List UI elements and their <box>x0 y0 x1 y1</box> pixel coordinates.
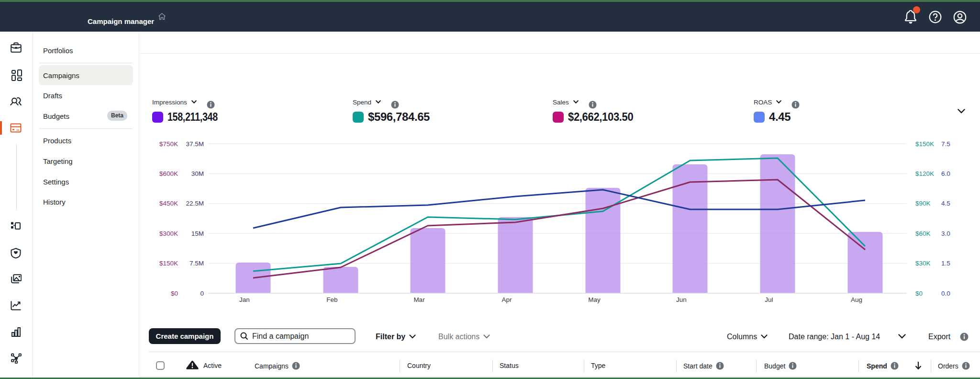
svg-text:$0: $0 <box>915 290 923 297</box>
svg-text:6.0: 6.0 <box>941 170 950 177</box>
svg-text:Apr: Apr <box>501 296 512 303</box>
svg-text:0: 0 <box>200 290 204 297</box>
svg-text:$120K: $120K <box>915 170 934 177</box>
svg-text:Jun: Jun <box>676 296 687 303</box>
svg-text:37.5M: 37.5M <box>186 140 204 148</box>
svg-text:$150K: $150K <box>159 260 178 267</box>
svg-text:1.5: 1.5 <box>941 260 950 267</box>
svg-text:$450K: $450K <box>159 200 178 207</box>
svg-text:Jul: Jul <box>765 296 773 303</box>
svg-text:$30K: $30K <box>915 260 931 267</box>
svg-text:7.5: 7.5 <box>941 140 950 148</box>
svg-text:$600K: $600K <box>159 170 178 177</box>
svg-text:Aug: Aug <box>851 296 862 303</box>
svg-text:22.5M: 22.5M <box>186 200 204 207</box>
svg-text:$300K: $300K <box>159 230 178 237</box>
svg-text:4.5: 4.5 <box>941 200 950 207</box>
svg-text:$90K: $90K <box>915 200 931 207</box>
svg-text:30M: 30M <box>191 170 204 177</box>
svg-text:7.5M: 7.5M <box>189 260 204 267</box>
svg-text:$0: $0 <box>171 290 178 297</box>
svg-text:3.0: 3.0 <box>941 230 950 237</box>
svg-text:May: May <box>588 296 601 303</box>
svg-text:Jan: Jan <box>239 296 250 303</box>
svg-text:$60K: $60K <box>915 230 931 237</box>
svg-text:Feb: Feb <box>326 296 337 303</box>
svg-text:$150K: $150K <box>915 140 934 148</box>
svg-text:Mar: Mar <box>413 296 425 303</box>
svg-text:0.0: 0.0 <box>941 290 950 297</box>
svg-text:15M: 15M <box>191 230 204 237</box>
svg-text:$750K: $750K <box>159 140 178 148</box>
